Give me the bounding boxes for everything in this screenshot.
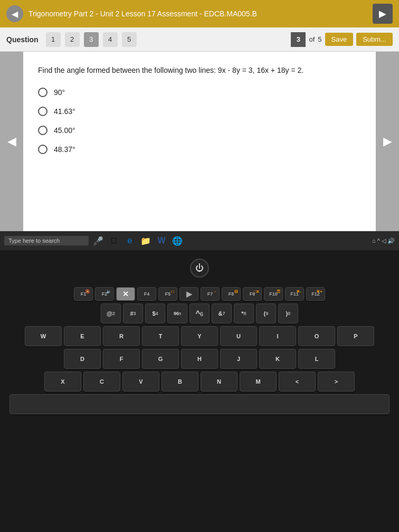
key-f8[interactable]: ⊟F8 — [222, 287, 241, 301]
key-f1[interactable]: 🔕F1 — [74, 287, 93, 301]
key-y[interactable]: Y — [181, 326, 218, 346]
search-placeholder: Type here to search — [8, 238, 60, 244]
option-d-label: 48.37° — [54, 145, 75, 154]
radio-b[interactable] — [38, 107, 48, 116]
taskbar-cortana-icon[interactable]: □ — [108, 234, 120, 247]
top-bar: ◀ Trigonometry Part 2 - Unit 2 Lesson 17… — [0, 0, 399, 27]
asdf-row: D F G H J K L — [10, 349, 390, 369]
key-f3[interactable]: ✕ — [116, 287, 135, 301]
key-f6[interactable]: ▶ — [179, 287, 198, 301]
qwerty-row: W E R T Y U I O P — [10, 326, 390, 346]
key-j[interactable]: J — [220, 349, 257, 369]
taskbar-word-icon[interactable]: W — [155, 234, 168, 247]
taskbar-edge-icon[interactable]: e — [124, 234, 136, 247]
key-f11[interactable]: ☀-F11 — [285, 287, 304, 301]
search-bar[interactable]: Type here to search — [4, 236, 89, 245]
key-i[interactable]: I — [259, 326, 296, 346]
power-button[interactable]: ⏻ — [190, 259, 209, 278]
key-3[interactable]: #3 — [123, 303, 143, 324]
back-button[interactable]: ◀ — [6, 5, 23, 22]
key-4[interactable]: $4 — [145, 303, 165, 324]
answer-options: 90° 41.63° 45.00° 48.37° — [38, 88, 361, 154]
key-h[interactable]: H — [181, 349, 218, 369]
option-b[interactable]: 41.63° — [38, 107, 361, 116]
key-2[interactable]: @2 — [101, 303, 121, 324]
key-k[interactable]: K — [259, 349, 296, 369]
key-e[interactable]: E — [64, 326, 101, 346]
key-u[interactable]: U — [220, 326, 257, 346]
content-area: ◀ Find the angle formed between the foll… — [0, 52, 399, 231]
key-n[interactable]: N — [201, 372, 238, 392]
key-8[interactable]: *8 — [234, 303, 254, 324]
save-button[interactable]: Save — [325, 33, 354, 46]
key-f[interactable]: F — [103, 349, 140, 369]
key-7[interactable]: &7 — [212, 303, 232, 324]
taskbar-microphone-icon[interactable]: 🎤 — [92, 234, 104, 247]
key-p[interactable]: P — [337, 326, 374, 346]
fn-key-row: 🔕F1 🔉F2 ✕ F4 ↕↕F5 ▶ →F7 ⊟F8 □XF9 ☰F10 ☀-… — [10, 287, 390, 301]
laptop-body: ⏻ 🔕F1 🔉F2 ✕ F4 ↕↕F5 ▶ →F7 ⊟F8 □XF9 ☰F10 … — [0, 250, 399, 532]
prev-question-button[interactable]: ◀ — [0, 52, 23, 231]
key-d[interactable]: D — [64, 349, 101, 369]
of-label: of — [309, 35, 315, 43]
key-r[interactable]: R — [103, 326, 140, 346]
option-c-label: 45.00° — [54, 126, 75, 135]
number-key-row: @2 #3 $4 965 ^6 &7 *8 (9 )0 — [10, 303, 390, 324]
option-a-label: 90° — [54, 88, 65, 97]
key-x[interactable]: X — [44, 372, 81, 392]
key-f4[interactable]: F4 — [137, 287, 156, 301]
tts-button[interactable]: ▶ — [373, 4, 393, 24]
system-icons: ⌂ ^ ◁ 🔊 — [372, 238, 395, 244]
current-question-number: 3 — [291, 32, 306, 47]
question-panel: Find the angle formed between the follow… — [23, 52, 376, 231]
question-num-5[interactable]: 5 — [122, 32, 137, 47]
question-counter: 3 of 5 Save Subm... — [291, 32, 393, 47]
key-b[interactable]: B — [162, 372, 198, 392]
zxcv-row: X C V B N M < > — [10, 372, 390, 392]
key-m[interactable]: M — [240, 372, 277, 392]
key-l[interactable]: L — [298, 349, 335, 369]
key-g[interactable]: G — [142, 349, 179, 369]
radio-a[interactable] — [38, 88, 48, 97]
radio-c[interactable] — [38, 126, 48, 135]
option-b-label: 41.63° — [54, 107, 75, 116]
key-o[interactable]: O — [298, 326, 335, 346]
key-0[interactable]: )0 — [278, 303, 298, 324]
key-v[interactable]: V — [122, 372, 159, 392]
question-num-4[interactable]: 4 — [103, 32, 118, 47]
play-icon: ▶ — [379, 8, 386, 20]
question-num-3[interactable]: 3 — [84, 32, 99, 47]
option-c[interactable]: 45.00° — [38, 126, 361, 135]
key-5[interactable]: 965 — [167, 303, 187, 324]
question-num-1[interactable]: 1 — [46, 32, 61, 47]
key-f9[interactable]: □XF9 — [243, 287, 262, 301]
key-9[interactable]: (9 — [256, 303, 276, 324]
space-row — [10, 394, 390, 414]
taskbar: Type here to search 🎤 □ e 📁 W 🌐 ⌂ ^ ◁ 🔊 — [0, 231, 399, 250]
taskbar-files-icon[interactable]: 📁 — [139, 234, 152, 247]
submit-button[interactable]: Subm... — [356, 33, 393, 46]
option-a[interactable]: 90° — [38, 88, 361, 97]
key-f12[interactable]: ☀+F12 — [306, 287, 325, 301]
question-nav: Question 1 2 3 4 5 3 of 5 Save Subm... — [0, 27, 399, 52]
key-t[interactable]: T — [142, 326, 179, 346]
key-period[interactable]: > — [318, 372, 355, 392]
key-c[interactable]: C — [83, 372, 120, 392]
radio-d[interactable] — [38, 145, 48, 154]
question-text: Find the angle formed between the follow… — [38, 64, 361, 76]
key-comma[interactable]: < — [279, 372, 316, 392]
key-6[interactable]: ^6 — [189, 303, 210, 324]
key-space[interactable] — [10, 394, 390, 414]
key-f2[interactable]: 🔉F2 — [95, 287, 114, 301]
taskbar-right-area: ⌂ ^ ◁ 🔊 — [372, 238, 395, 244]
next-question-button[interactable]: ▶ — [376, 52, 399, 231]
option-d[interactable]: 48.37° — [38, 145, 361, 154]
power-area: ⏻ — [190, 259, 209, 278]
question-label: Question — [6, 35, 39, 44]
question-num-2[interactable]: 2 — [65, 32, 80, 47]
key-w[interactable]: W — [25, 326, 62, 346]
key-f10[interactable]: ☰F10 — [264, 287, 283, 301]
key-f7[interactable]: →F7 — [201, 287, 220, 301]
key-f5[interactable]: ↕↕F5 — [158, 287, 177, 301]
taskbar-chrome-icon[interactable]: 🌐 — [171, 234, 184, 247]
